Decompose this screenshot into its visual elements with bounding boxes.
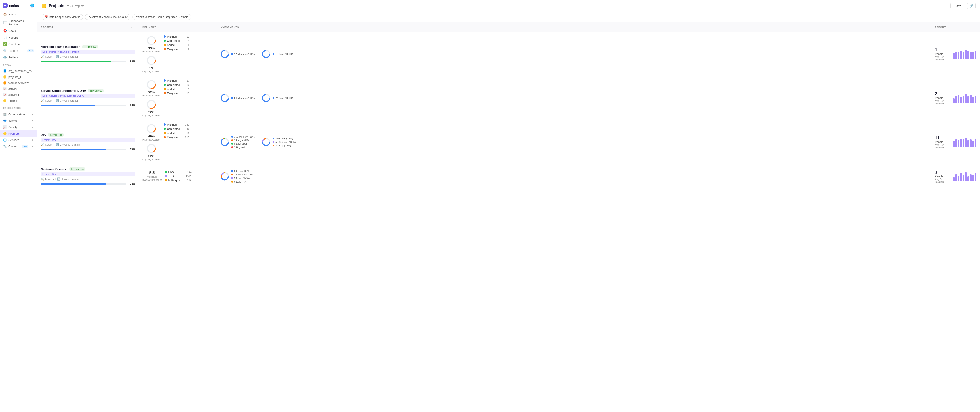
process-label: Scrum bbox=[45, 99, 52, 102]
sidebar-item-explore[interactable]: 🔍 Explore Beta bbox=[0, 47, 37, 54]
capacity-gauge: 42%` Capacity Accuracy bbox=[142, 143, 161, 161]
invest-right-labels: 310 Task (75%)53 Subtask (13%)49 Bug (12… bbox=[272, 137, 296, 147]
legend-value: 13 bbox=[185, 83, 189, 86]
dashboard-group-projects[interactable]: 🟡 Projects bbox=[0, 130, 37, 137]
link-button[interactable]: 🔗 bbox=[967, 3, 975, 9]
investment-measure-filter[interactable]: Investment Measure: Issue Count bbox=[85, 14, 130, 20]
invest-label: 12 Task (100%) bbox=[275, 53, 293, 55]
saved-item-projects1[interactable]: 🟡 projects_1 bbox=[0, 74, 37, 80]
legend-label: Completed bbox=[167, 83, 180, 86]
capacity-pct: 57%` bbox=[148, 110, 155, 114]
svg-point-2 bbox=[148, 56, 155, 64]
project-sort-icon[interactable]: ⋮⋮ bbox=[130, 26, 135, 29]
invest-label: 6 Epic (4%) bbox=[234, 180, 247, 183]
dashboard-group-services[interactable]: 🌐 Services ▼ bbox=[0, 137, 37, 143]
saved-item-activity1[interactable]: 📈 activity 1 bbox=[0, 92, 37, 98]
th-investments: Investments ⓘ bbox=[216, 24, 931, 30]
legend-label: Added bbox=[167, 43, 175, 47]
bar-column bbox=[955, 96, 957, 103]
project-meta: ⚔️ Kanban | 🔄 1 Week Iteration bbox=[41, 177, 135, 180]
services-chevron-icon: ▼ bbox=[32, 139, 34, 141]
legend-label: Done bbox=[168, 171, 175, 174]
investments-cell-microsoft-teams: 12 Medium (100%) 12 Task (100%) bbox=[220, 49, 928, 59]
sidebar-item-home[interactable]: 🏠 Home bbox=[0, 11, 37, 18]
bar-column bbox=[967, 176, 969, 181]
investments-info-icon[interactable]: ⓘ bbox=[240, 26, 242, 29]
capacity-label: Capacity Accuracy bbox=[142, 158, 161, 161]
dashboard-group-activity[interactable]: 📈 Activity ▼ bbox=[0, 124, 37, 130]
save-button[interactable]: Save bbox=[950, 3, 966, 9]
invest-left-labels: 12 Medium (100%) bbox=[231, 53, 256, 55]
reports-icon: 📄 bbox=[3, 36, 6, 39]
progress-bar-bg bbox=[41, 183, 126, 185]
progress-bar-row: 64% bbox=[41, 104, 135, 107]
process-icon: ⚔️ bbox=[41, 55, 44, 58]
sidebar-item-goals[interactable]: 🎯 Goals bbox=[0, 27, 37, 34]
avg-issues-area: 5.5 Avg Issues Resolved Per Week bbox=[142, 171, 162, 181]
invest-label: 35 High (8%) bbox=[234, 139, 249, 142]
dashboard-group-organization[interactable]: 🏢 Organization ▼ bbox=[0, 111, 37, 118]
nav-reports-label: Reports bbox=[8, 36, 19, 39]
invest-label: 24 Medium (100%) bbox=[234, 97, 256, 99]
table-row: Service Configuration for DORA In Progre… bbox=[37, 76, 980, 120]
effort-info-icon[interactable]: ⓘ bbox=[947, 26, 949, 29]
dashboard-group-teams[interactable]: 👥 Teams ▼ bbox=[0, 118, 37, 124]
invest-right-labels: 24 Task (100%) bbox=[272, 97, 293, 99]
sidebar-item-settings[interactable]: ⚙️ Settings bbox=[0, 54, 37, 61]
progress-bar-fill bbox=[41, 149, 106, 150]
legend-row: Carryover 217 bbox=[164, 136, 189, 139]
effort-unit: People bbox=[935, 96, 951, 99]
project-meta: ⚔️ Scrum | 🔄 2 Weeks Iteration bbox=[41, 143, 135, 146]
effort-unit: People bbox=[935, 53, 951, 56]
legend-row: Completed 13 bbox=[164, 83, 189, 86]
status-badge: In Progress bbox=[88, 89, 104, 93]
planning-label: Planning Accuracy bbox=[142, 94, 161, 97]
legend-value: 216 bbox=[187, 179, 192, 182]
invest-item: 49 Bug (12%) bbox=[272, 144, 296, 147]
legend-value: 18 bbox=[185, 132, 189, 135]
delivery-info-icon[interactable]: ⓘ bbox=[157, 26, 159, 29]
effort-sub: Avg Per Iteration bbox=[935, 178, 951, 183]
bar-column bbox=[960, 51, 962, 59]
effort-count: 1 bbox=[935, 47, 951, 53]
saved-item-teams-overview[interactable]: 🟠 teams>overview bbox=[0, 80, 37, 86]
nav-dashboards-label: Dashboards Archive bbox=[8, 19, 34, 26]
bar-column bbox=[972, 141, 974, 147]
saved-item-org[interactable]: 📘 org_investment_m... bbox=[0, 68, 37, 74]
project-filter-label: Project: Microsoft Teams Integration+5 o… bbox=[135, 16, 189, 19]
investments-section: 96 Task (67%)22 Subtask (15%)20 Bug (14%… bbox=[216, 164, 931, 188]
delivery-section: 52% Planning Accuracy 57%` Capacity Accu… bbox=[139, 76, 216, 120]
delivery-legend: Done 144 To Do 1512 In Progress 216 bbox=[165, 171, 191, 182]
invest-label: 96 Task (67%) bbox=[234, 170, 250, 172]
nav-goals-label: Goals bbox=[8, 29, 16, 32]
app-logo[interactable]: H Hatica 🌐 bbox=[0, 0, 37, 10]
saved-item-projects[interactable]: 🟡 Projects bbox=[0, 98, 37, 104]
saved-org-label: org_investment_m... bbox=[8, 69, 33, 73]
bar-column bbox=[960, 97, 962, 103]
project-name-row: Service Configuration for DORA In Progre… bbox=[41, 89, 135, 93]
progress-bar-bg bbox=[41, 61, 126, 62]
planning-gauge: 40% Planning Accuracy bbox=[142, 123, 161, 141]
legend-value: 142 bbox=[185, 128, 189, 131]
effort-bar-chart bbox=[953, 49, 977, 59]
legend-label: Planned bbox=[167, 123, 177, 126]
project-name: Microsoft Teams Integration bbox=[41, 45, 80, 48]
sidebar-item-checkins[interactable]: ✅ Check-ins bbox=[0, 41, 37, 47]
effort-info: 3 People Avg Per Iteration bbox=[935, 170, 951, 183]
iteration-label: 1 Week Iteration bbox=[60, 55, 79, 58]
teams-group-label: Teams bbox=[8, 119, 17, 122]
bar-column bbox=[958, 176, 959, 181]
invest-item: 9 Low (2%) bbox=[231, 142, 256, 145]
progress-pct: 76% bbox=[128, 148, 135, 151]
page-title: Projects bbox=[49, 3, 64, 8]
dashboard-group-custom[interactable]: 🔧 Custom Beta ▼ bbox=[0, 143, 37, 150]
bar-column bbox=[963, 175, 964, 181]
teams-chevron-icon: ▼ bbox=[32, 120, 34, 122]
sidebar-item-reports[interactable]: 📄 Reports bbox=[0, 34, 37, 41]
epic-tag: Project : Dev bbox=[41, 172, 135, 176]
project-filter[interactable]: Project: Microsoft Teams Integration+5 o… bbox=[132, 14, 191, 20]
date-range-filter[interactable]: 📅 Date Range: last 6 Months bbox=[41, 14, 83, 20]
sidebar-item-dashboards[interactable]: 📊 Dashboards Archive bbox=[0, 18, 37, 27]
saved-item-activity[interactable]: 📈 activity bbox=[0, 86, 37, 92]
progress-bar-fill bbox=[41, 61, 111, 62]
